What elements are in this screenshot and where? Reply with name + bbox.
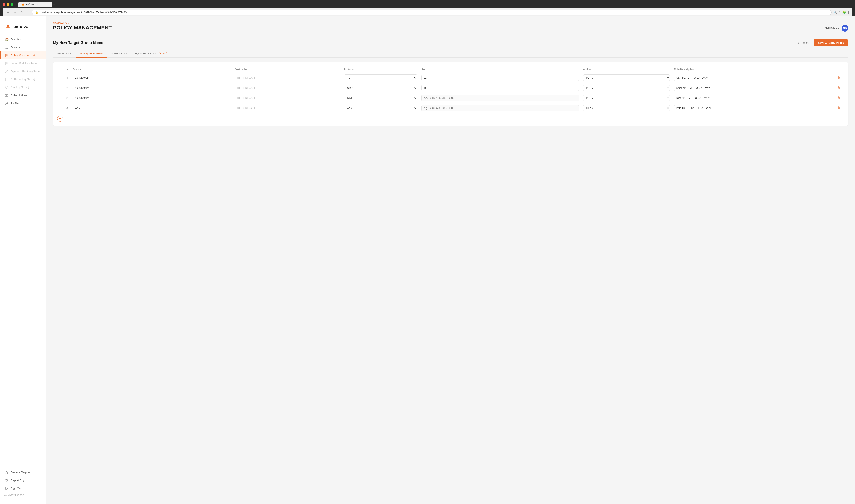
destination-label-3: THIS FIREWALL: [234, 95, 257, 101]
home-button[interactable]: ⌂: [26, 10, 30, 15]
col-destination: Destination: [232, 66, 342, 73]
sidebar-item-feature-request[interactable]: Feature Request: [0, 468, 46, 476]
port-input-4[interactable]: [422, 105, 579, 111]
description-input-2[interactable]: [674, 85, 832, 91]
protocol-select-3[interactable]: TCPUDPICMPANY: [344, 95, 417, 102]
sidebar-item-subscriptions[interactable]: Subscriptions: [0, 91, 46, 99]
navigation-label: NAVIGATION: [53, 21, 848, 24]
import-icon: [5, 61, 8, 65]
sidebar-item-devices[interactable]: Devices: [0, 43, 46, 51]
tab-policy-details[interactable]: Policy Details: [53, 50, 76, 58]
col-port: Port: [419, 66, 581, 73]
dashboard-icon: 🏠: [5, 37, 8, 41]
avatar: NB: [841, 25, 848, 32]
zoom-icon[interactable]: 🔍: [833, 11, 837, 14]
sidebar-item-label-routing: Dynamic Routing (Soon): [11, 70, 41, 73]
sidebar-item-label-devices: Devices: [11, 46, 20, 49]
port-input-3[interactable]: [422, 95, 579, 101]
delete-row-button-3[interactable]: [836, 95, 842, 101]
port-input-1[interactable]: [422, 75, 579, 81]
action-select-4[interactable]: PERMITDENY: [583, 105, 670, 111]
port-input-2[interactable]: [422, 85, 579, 91]
reload-button[interactable]: ↻: [19, 10, 24, 15]
sidebar-bottom: Feature Request Report Bug Sign Out port…: [0, 465, 46, 502]
svg-point-7: [6, 480, 7, 482]
sidebar-item-alerting: Alerting (Soon): [0, 83, 46, 91]
url-bar[interactable]: 🔒 portal.enforza.io/policy-management/8d…: [32, 10, 832, 15]
source-input-4[interactable]: [73, 105, 230, 111]
revert-label: Revert: [801, 41, 808, 44]
revert-button[interactable]: Revert: [794, 39, 811, 46]
drag-handle-1[interactable]: ⋮: [59, 76, 62, 79]
sidebar-item-profile[interactable]: Profile: [0, 99, 46, 107]
action-select-3[interactable]: PERMITDENY: [583, 95, 670, 102]
rules-table: # Source Destination Protocol Port Actio…: [57, 66, 844, 113]
sidebar-item-label-signout: Sign Out: [11, 487, 21, 490]
page-title: POLICY MANAGEMENT: [53, 25, 112, 31]
back-button[interactable]: ←: [5, 10, 11, 15]
policy-icon: [5, 53, 8, 57]
user-area: Neil Briscoe NB: [825, 25, 848, 32]
sidebar: enforza 🏠 Dashboard Devices Policy Manag…: [0, 16, 46, 504]
active-tab[interactable]: 🔥 enforza ✕: [18, 2, 52, 7]
save-apply-button[interactable]: Save & Apply Policy: [814, 39, 848, 47]
protocol-select-4[interactable]: TCPUDPICMPANY: [344, 105, 417, 111]
protocol-select-2[interactable]: TCPUDPICMPANY: [344, 85, 417, 91]
table-row: ⋮ 4 THIS FIREWALL TCPUDPICMPANY PERMITDE…: [57, 103, 844, 113]
tab-network-rules[interactable]: Network Rules: [107, 50, 131, 58]
svg-point-5: [6, 102, 7, 103]
page-header: My New Target Group Name Revert Save & A…: [53, 39, 848, 47]
description-input-1[interactable]: [674, 75, 832, 81]
add-row-button[interactable]: +: [57, 116, 63, 122]
drag-handle-4[interactable]: ⋮: [59, 106, 62, 110]
col-action: Action: [581, 66, 672, 73]
drag-handle-2[interactable]: ⋮: [59, 86, 62, 90]
group-name: My New Target Group Name: [53, 41, 103, 45]
sidebar-item-import-policies: Import Policies (Soon): [0, 59, 46, 67]
bookmark-icon[interactable]: ☆: [838, 11, 841, 14]
protocol-select-1[interactable]: TCPUDPICMPANY: [344, 74, 417, 81]
source-input-2[interactable]: [73, 85, 230, 91]
sidebar-item-label-dashboard: Dashboard: [11, 38, 24, 41]
delete-row-button-1[interactable]: [836, 75, 842, 80]
new-tab-button[interactable]: +: [53, 3, 55, 7]
traffic-lights: [2, 3, 13, 6]
action-select-2[interactable]: PERMITDENY: [583, 85, 670, 91]
source-input-1[interactable]: [73, 75, 230, 81]
row-num-4: 4: [67, 107, 68, 110]
delete-row-button-4[interactable]: [836, 105, 842, 111]
subscriptions-icon: [5, 93, 8, 97]
menu-icon[interactable]: ⋮: [847, 11, 850, 14]
logo-area: enforza: [0, 21, 46, 35]
delete-row-button-2[interactable]: [836, 85, 842, 91]
col-description: Rule Description: [672, 66, 834, 73]
action-select-1[interactable]: PERMITDENY: [583, 74, 670, 81]
extensions-icon[interactable]: 🧩: [842, 11, 846, 14]
sidebar-item-sign-out[interactable]: Sign Out: [0, 484, 46, 492]
minimize-traffic-light[interactable]: [6, 3, 9, 6]
description-input-4[interactable]: [674, 105, 832, 111]
description-input-3[interactable]: [674, 95, 832, 101]
table-header: # Source Destination Protocol Port Actio…: [57, 66, 844, 73]
feature-request-icon: [5, 470, 8, 474]
tab-favicon: 🔥: [21, 3, 24, 6]
forward-button[interactable]: →: [12, 10, 18, 15]
browser-toolbar: ← → ↻ ⌂ 🔒 portal.enforza.io/policy-manag…: [2, 8, 853, 16]
report-bug-icon: [5, 478, 8, 482]
tab-management-rules[interactable]: Management Rules: [76, 50, 107, 58]
maximize-traffic-light[interactable]: [11, 3, 13, 6]
sidebar-item-dashboard[interactable]: 🏠 Dashboard: [0, 35, 46, 43]
tab-fqdn-filter-rules[interactable]: FQDN Filter Rules BETA: [131, 50, 170, 58]
titlebar: 🔥 enforza ✕ +: [2, 2, 853, 7]
sidebar-item-report-bug[interactable]: Report Bug: [0, 476, 46, 484]
rules-card: # Source Destination Protocol Port Actio…: [53, 62, 848, 126]
row-num-3: 3: [67, 96, 68, 100]
tab-close-button[interactable]: ✕: [36, 3, 38, 6]
sidebar-item-policy-management[interactable]: Policy Management: [0, 51, 46, 59]
drag-handle-3[interactable]: ⋮: [59, 96, 62, 100]
lock-icon: 🔒: [35, 11, 38, 14]
close-traffic-light[interactable]: [2, 3, 5, 6]
app-container: enforza 🏠 Dashboard Devices Policy Manag…: [0, 16, 855, 504]
source-input-3[interactable]: [73, 95, 230, 101]
version-text: portal-2024.09.23/01: [0, 492, 46, 498]
